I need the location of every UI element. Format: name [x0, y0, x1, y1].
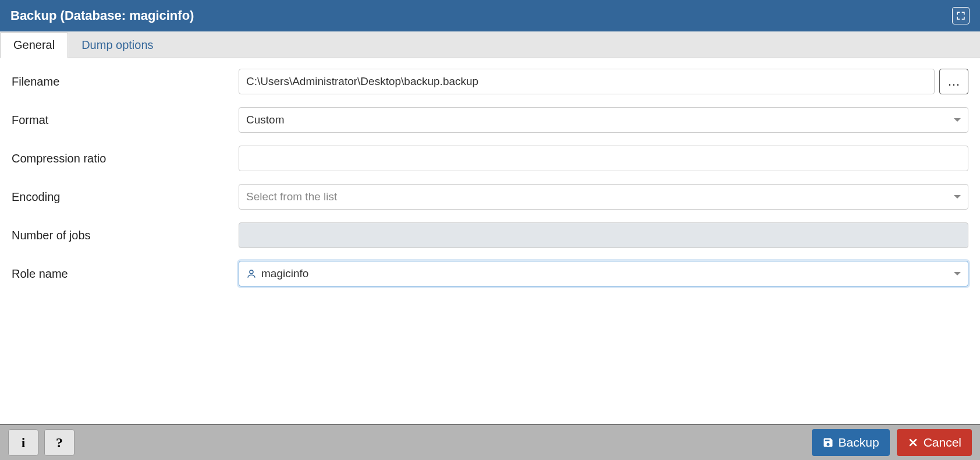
cancel-button[interactable]: Cancel — [897, 429, 972, 456]
save-icon — [822, 437, 834, 448]
dialog-title: Backup (Database: magicinfo) — [10, 8, 194, 23]
tab-general[interactable]: General — [0, 32, 68, 58]
user-icon — [246, 268, 257, 279]
help-button[interactable]: ? — [44, 429, 74, 456]
info-icon: i — [22, 435, 26, 451]
filename-input[interactable] — [239, 69, 935, 94]
maximize-icon — [955, 10, 967, 22]
chevron-down-icon — [954, 272, 961, 275]
role-value: magicinfo — [261, 267, 308, 280]
encoding-label: Encoding — [12, 190, 239, 204]
maximize-button[interactable] — [952, 7, 970, 24]
role-label: Role name — [12, 267, 239, 281]
jobs-label: Number of jobs — [12, 229, 239, 242]
browse-button[interactable]: … — [939, 69, 968, 94]
cancel-button-label: Cancel — [924, 436, 961, 450]
compression-label: Compression ratio — [12, 152, 239, 165]
compression-input[interactable] — [239, 146, 968, 171]
backup-button[interactable]: Backup — [812, 429, 890, 456]
filename-label: Filename — [12, 75, 239, 89]
dialog-header: Backup (Database: magicinfo) — [0, 0, 980, 31]
close-icon — [907, 437, 919, 448]
dialog-footer: i ? Backup Cancel — [0, 424, 980, 460]
tab-dump-options[interactable]: Dump options — [68, 32, 166, 58]
form-content: Filename … Format Custom Compression rat… — [0, 58, 980, 424]
info-button[interactable]: i — [8, 429, 38, 456]
chevron-down-icon — [954, 118, 961, 122]
backup-button-label: Backup — [839, 436, 879, 450]
encoding-placeholder: Select from the list — [246, 190, 337, 203]
role-select[interactable]: magicinfo — [239, 261, 968, 286]
tabs-bar: General Dump options — [0, 31, 980, 58]
chevron-down-icon — [954, 195, 961, 199]
format-value: Custom — [246, 114, 284, 126]
format-label: Format — [12, 114, 239, 127]
jobs-input — [239, 222, 968, 248]
format-select[interactable]: Custom — [239, 107, 968, 133]
encoding-select[interactable]: Select from the list — [239, 184, 968, 210]
help-icon: ? — [56, 435, 63, 451]
ellipsis-icon: … — [947, 74, 960, 89]
